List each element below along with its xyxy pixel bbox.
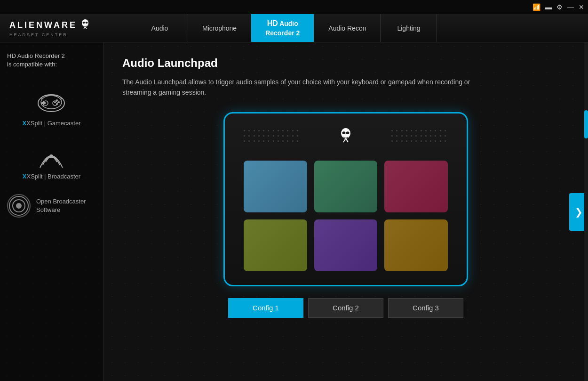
sidebar-item-obs[interactable]: Open Broadcaster Software	[7, 194, 96, 218]
speaker-dot	[435, 130, 436, 131]
pad-button-4[interactable]	[244, 219, 307, 271]
sidebar: HD Audio Recorder 2 is compatible with:	[0, 42, 103, 381]
broadcaster-icon	[35, 141, 68, 169]
speaker-dot	[292, 135, 294, 137]
speaker-dot	[421, 140, 422, 142]
speaker-dot	[406, 135, 407, 137]
speaker-dot	[445, 135, 446, 137]
speaker-dot	[297, 135, 298, 137]
speaker-dot	[248, 135, 250, 137]
close-icon[interactable]: ✕	[579, 3, 584, 11]
launchpad-device: // Will be populated via JS below	[223, 112, 468, 286]
speaker-dot	[278, 140, 279, 142]
svg-line-22	[343, 138, 346, 142]
speaker-dot	[391, 130, 393, 131]
speaker-dot	[435, 135, 436, 137]
speaker-dot	[278, 135, 279, 137]
tab-audio[interactable]: Audio	[132, 14, 188, 42]
svg-point-1	[83, 22, 85, 24]
speaker-dot	[440, 135, 441, 137]
config-3-button[interactable]: Config 3	[388, 298, 463, 318]
tab-audio-recon[interactable]: Audio Recon	[314, 14, 381, 42]
speaker-dot	[440, 130, 441, 131]
scroll-thumb[interactable]	[584, 110, 588, 138]
settings-icon[interactable]: ⚙	[556, 3, 563, 11]
speaker-dot	[415, 130, 417, 131]
speaker-dot	[425, 140, 427, 142]
content-description: The Audio Launchpad allows to trigger au…	[122, 77, 499, 98]
device-top: // Will be populated via JS below	[234, 123, 457, 151]
broadcaster-label: XXSplit | Broadcaster	[23, 173, 80, 180]
speaker-grille-right	[391, 130, 448, 144]
tab-lighting[interactable]: Lighting	[381, 14, 437, 42]
speaker-grille-left: // Will be populated via JS below	[244, 130, 300, 144]
sidebar-item-xsplit-gamecaster[interactable]: XXSplit | Gamecaster	[7, 88, 96, 127]
speaker-dot	[248, 130, 250, 131]
speaker-dot	[391, 140, 393, 142]
speaker-dot	[396, 130, 397, 131]
device-alien-logo	[338, 127, 354, 146]
svg-line-23	[346, 138, 348, 142]
obs-icon	[7, 194, 31, 218]
speaker-dot	[254, 135, 255, 137]
tab-microphone[interactable]: Microphone	[188, 14, 251, 42]
speaker-dot	[415, 140, 417, 142]
logo-subtitle: HEADSET CENTER	[9, 32, 132, 37]
speaker-dot	[406, 140, 407, 142]
svg-rect-10	[41, 102, 46, 104]
speaker-dot	[268, 135, 269, 137]
pad-button-3[interactable]	[384, 161, 448, 212]
minimize-icon[interactable]: —	[567, 3, 574, 11]
speaker-dot	[292, 130, 294, 131]
pad-button-1[interactable]	[244, 161, 307, 212]
speaker-dot	[297, 140, 298, 142]
tab-hd-audio-recorder[interactable]: HD AudioRecorder 2	[251, 14, 314, 42]
speaker-dot	[268, 130, 269, 131]
top-bar-icons: 📶 ▬ ⚙ — ✕	[532, 3, 584, 11]
pad-button-6[interactable]	[384, 219, 448, 271]
speaker-dot	[273, 130, 274, 131]
svg-point-2	[86, 22, 88, 24]
speaker-dot	[254, 140, 255, 142]
logo-name: ALIENWARE	[9, 20, 77, 30]
speaker-dot	[263, 135, 264, 137]
speaker-dot	[254, 130, 255, 131]
config-2-button[interactable]: Config 2	[308, 298, 383, 318]
speaker-dot	[282, 135, 284, 137]
speaker-dot	[244, 130, 245, 131]
speaker-dot	[421, 130, 422, 131]
speaker-dot	[282, 140, 284, 142]
speaker-dot	[425, 130, 427, 131]
obs-label: Open Broadcaster Software	[36, 197, 86, 214]
pad-button-2[interactable]	[314, 161, 378, 212]
speaker-dot	[415, 135, 417, 137]
speaker-dot	[435, 140, 436, 142]
speaker-dot	[401, 130, 403, 131]
config-1-button[interactable]: Config 1	[228, 298, 303, 318]
speaker-dot	[287, 135, 288, 137]
speaker-dot	[425, 135, 427, 137]
tab-hd-label: HD	[267, 19, 278, 27]
alien-logo-icon	[80, 19, 90, 32]
pad-grid	[234, 156, 457, 276]
speaker-dot	[406, 130, 407, 131]
svg-point-11	[56, 99, 58, 101]
speaker-dot	[263, 130, 264, 131]
logo-area: ALIENWARE HEADSET CENTER	[0, 19, 132, 37]
pad-button-5[interactable]	[314, 219, 378, 271]
battery-icon[interactable]: ▬	[545, 3, 552, 11]
scroll-track[interactable]	[584, 42, 588, 381]
svg-point-20	[342, 131, 346, 134]
config-buttons: Config 1 Config 2 Config 3	[122, 298, 569, 318]
speaker-dot	[430, 140, 431, 142]
sidebar-item-xsplit-broadcaster[interactable]: XXSplit | Broadcaster	[7, 141, 96, 180]
top-bar: 📶 ▬ ⚙ — ✕	[0, 0, 588, 14]
wireless-icon[interactable]: 📶	[532, 3, 540, 11]
speaker-dot	[244, 140, 245, 142]
speaker-dot	[411, 140, 412, 142]
speaker-dot	[421, 135, 422, 137]
speaker-dot	[445, 140, 446, 142]
header: ALIENWARE HEADSET CENTER Audio Microphon…	[0, 14, 588, 42]
speaker-dot	[411, 130, 412, 131]
launchpad-container: // Will be populated via JS below	[122, 112, 569, 286]
